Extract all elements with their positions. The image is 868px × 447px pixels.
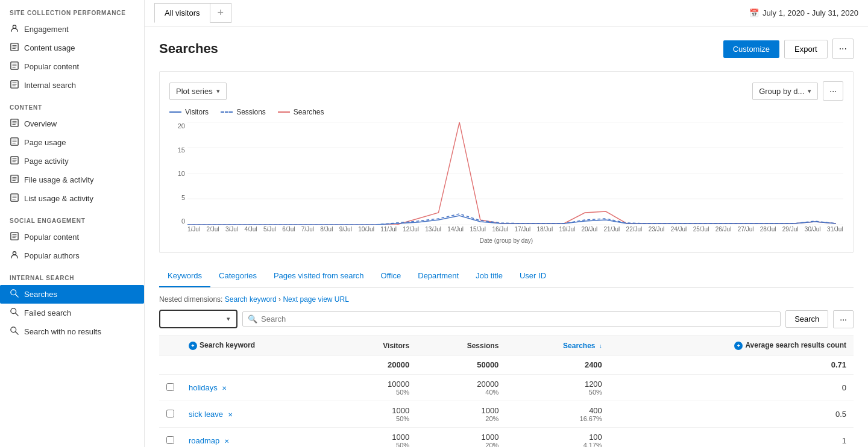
plot-series-chevron: ▾ (216, 87, 220, 95)
customize-button[interactable]: Customize (723, 40, 779, 58)
searches-sort-icon: ↓ (599, 343, 602, 349)
totals-row: 20000 50000 2400 0.71 (159, 355, 854, 375)
sidebar-item-engagement[interactable]: Engagement (0, 20, 144, 39)
sidebar-icon-popular-content (10, 61, 19, 72)
sidebar-item-popular-content[interactable]: Popular content (0, 57, 144, 76)
totals-visitors: 20000 (338, 355, 417, 375)
calendar-icon: 📅 (749, 8, 759, 17)
search-button[interactable]: Search (785, 310, 828, 328)
legend-sessions: Sessions (221, 108, 266, 116)
chart-more-button[interactable]: ··· (823, 81, 843, 101)
group-by-dropdown[interactable]: Group by d... ▾ (752, 83, 818, 100)
page-header: Searches Customize Export ··· (159, 39, 854, 59)
tab-categories[interactable]: Categories (210, 265, 265, 287)
sidebar-item-list-usage-activity[interactable]: List usage & activity (0, 189, 144, 208)
sidebar-item-file-usage-activity[interactable]: File usage & activity (0, 170, 144, 189)
row-checkbox[interactable] (159, 375, 181, 401)
export-button[interactable]: Export (784, 40, 828, 58)
svg-line-41 (16, 313, 18, 316)
x-axis-label: Date (group by day) (480, 237, 533, 244)
row-searches: 1200 50% (506, 375, 609, 401)
row-sessions: 1000 20% (417, 401, 506, 428)
add-tab-button[interactable]: + (210, 3, 232, 23)
row-checkbox[interactable] (159, 401, 181, 428)
main-content: All visitors + 📅 July 1, 2020 - July 31,… (145, 0, 868, 447)
sidebar-item-content-usage[interactable]: Content usage (0, 39, 144, 57)
date-range-text: July 1, 2020 - July 31, 2020 (763, 8, 858, 17)
legend-searches: Searches (278, 108, 324, 116)
row-sessions: 1000 20% (417, 428, 506, 448)
row-keyword: sick leave ✕ (181, 401, 338, 428)
tab-department[interactable]: Department (409, 265, 467, 287)
keyword-info-icon: + (189, 342, 197, 350)
filter-dropdown-label (166, 314, 227, 324)
th-keyword: +Search keyword (181, 336, 338, 355)
sidebar-item-page-activity[interactable]: Page activity (0, 152, 144, 170)
row-searches: 100 4.17% (506, 428, 609, 448)
tab-office[interactable]: Office (373, 265, 410, 287)
sidebar-item-search-no-results[interactable]: Search with no results (0, 322, 144, 341)
group-by-label: Group by d... (759, 87, 804, 96)
chart-svg (187, 122, 843, 225)
all-visitors-tab[interactable]: All visitors (154, 3, 210, 23)
topbar-tabs: All visitors + (154, 3, 231, 23)
th-searches[interactable]: Searches ↓ (506, 336, 609, 355)
filter-dropdown[interactable]: ▾ (159, 310, 237, 328)
sidebar-icon-overview (10, 119, 19, 129)
data-tabs: Keywords Categories Pages visited from s… (159, 265, 854, 288)
sidebar-label-list-usage-activity: List usage & activity (24, 194, 93, 203)
svg-line-39 (16, 295, 18, 297)
sidebar-item-internal-search[interactable]: Internal search (0, 76, 144, 95)
page-more-button[interactable]: ··· (832, 39, 854, 59)
nested-dim-search-keyword[interactable]: Search keyword (225, 295, 277, 304)
chart-y-axis: 20 15 10 5 0 (169, 122, 187, 225)
legend-visitors: Visitors (169, 108, 209, 116)
legend-sessions-line (221, 111, 233, 113)
table-row: roadmap ✕ 1000 50% 1000 20% 100 4.17% 1 (159, 428, 854, 448)
sidebar-icon-engagement (10, 24, 19, 34)
sidebar-label-search-no-results: Search with no results (24, 327, 101, 336)
nested-dim-next-page[interactable]: Next page view URL (283, 295, 348, 304)
row-avg-results: 1 (609, 428, 854, 448)
sidebar-icon-popular-authors (10, 251, 19, 261)
search-input[interactable] (261, 314, 775, 324)
sidebar-item-popular-authors[interactable]: Popular authors (0, 246, 144, 265)
search-icon: 🔍 (248, 314, 257, 324)
tab-job-title[interactable]: Job title (467, 265, 511, 287)
totals-checkbox (159, 355, 181, 375)
tab-keywords[interactable]: Keywords (159, 265, 210, 287)
th-sessions: Sessions (417, 336, 506, 355)
sidebar-item-popular-content-social[interactable]: Popular content (0, 228, 144, 246)
row-keyword: roadmap ✕ (181, 428, 338, 448)
sidebar-label-page-usage: Page usage (24, 138, 66, 147)
sidebar-item-searches[interactable]: Searches (0, 285, 144, 304)
svg-point-37 (13, 252, 16, 255)
row-visitors: 1000 50% (338, 401, 417, 428)
topbar: All visitors + 📅 July 1, 2020 - July 31,… (145, 0, 868, 27)
keyword-filter-icon[interactable]: ✕ (222, 385, 227, 392)
filter-bar: ▾ 🔍 Search ··· (159, 310, 854, 328)
sidebar-label-failed-search: Failed search (24, 308, 71, 317)
plot-series-dropdown[interactable]: Plot series ▾ (169, 83, 227, 100)
filter-more-button[interactable]: ··· (833, 310, 854, 328)
chart-toolbar: Plot series ▾ Group by d... ▾ ··· (169, 81, 843, 101)
keyword-link[interactable]: roadmap (189, 436, 219, 445)
keyword-filter-icon[interactable]: ✕ (224, 438, 229, 445)
tab-user-id[interactable]: User ID (511, 265, 555, 287)
sidebar-item-overview[interactable]: Overview (0, 114, 144, 133)
chart-container: Plot series ▾ Group by d... ▾ ··· Visito… (159, 71, 854, 253)
keyword-link[interactable]: holidays (189, 383, 218, 392)
sidebar-icon-searches (10, 289, 19, 299)
tab-pages-visited[interactable]: Pages visited from search (265, 265, 373, 287)
keyword-filter-icon[interactable]: ✕ (228, 411, 233, 418)
sidebar-icon-page-activity (10, 156, 19, 166)
keyword-link[interactable]: sick leave (189, 410, 223, 419)
sidebar-item-failed-search[interactable]: Failed search (0, 304, 144, 322)
legend-visitors-label: Visitors (185, 108, 209, 116)
row-checkbox[interactable] (159, 428, 181, 448)
sidebar-item-page-usage[interactable]: Page usage (0, 133, 144, 152)
sidebar-icon-internal-search (10, 80, 19, 90)
legend-sessions-label: Sessions (236, 108, 266, 116)
sidebar-label-page-activity: Page activity (24, 157, 69, 166)
sidebar-label-overview: Overview (24, 119, 57, 128)
